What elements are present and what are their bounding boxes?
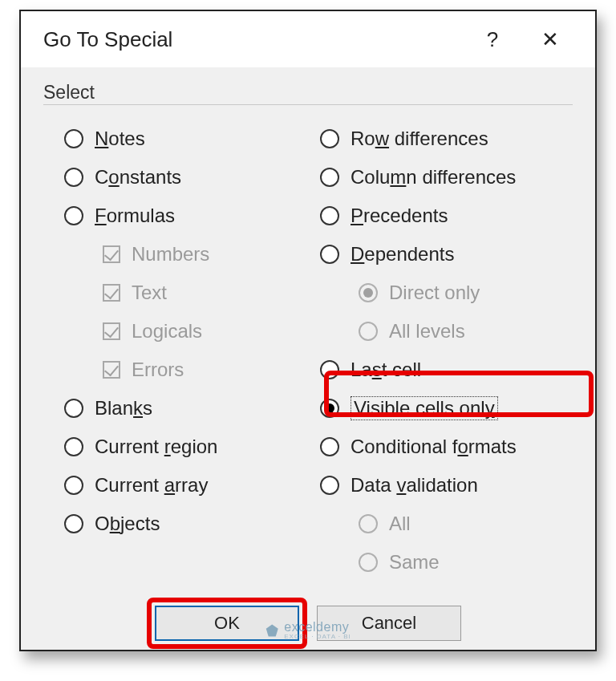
radio-all-levels: All levels (320, 312, 573, 351)
radio-icon (359, 283, 378, 302)
ok-label: OK (214, 613, 240, 634)
check-label: Text (132, 282, 167, 304)
radio-icon (64, 437, 83, 456)
radio-direct-only: Direct only (320, 274, 573, 312)
dialog-content: Select Notes Constants Formulas (21, 67, 595, 655)
radio-icon (320, 129, 339, 148)
check-errors: Errors (64, 351, 317, 389)
radio-precedents[interactable]: Precedents (320, 197, 573, 235)
radio-label: All (389, 513, 411, 535)
radio-icon (64, 476, 83, 495)
radio-label: Notes (95, 128, 145, 150)
radio-icon (64, 399, 83, 418)
close-icon: ✕ (541, 27, 559, 52)
dialog-title: Go To Special (43, 27, 464, 52)
titlebar: Go To Special ? ✕ (21, 11, 595, 67)
close-button[interactable]: ✕ (521, 17, 579, 62)
checkbox-icon (103, 322, 120, 340)
radio-constants[interactable]: Constants (64, 158, 317, 197)
radio-data-validation[interactable]: Data validation (320, 466, 573, 505)
radio-icon (359, 553, 378, 572)
radio-all: All (320, 505, 573, 543)
radio-icon (359, 322, 378, 341)
group-label: Select (43, 82, 103, 103)
check-text: Text (64, 274, 317, 312)
radio-last-cell[interactable]: Last cell (320, 351, 573, 389)
radio-icon (64, 206, 83, 225)
radio-conditional-formats[interactable]: Conditional formats (320, 428, 573, 466)
radio-objects[interactable]: Objects (64, 505, 317, 543)
check-label: Numbers (132, 243, 209, 266)
cancel-label: Cancel (362, 613, 416, 634)
radio-label: Same (389, 551, 440, 574)
radio-blanks[interactable]: Blanks (64, 389, 317, 428)
watermark: exceldemy EXCEL · DATA · BI (265, 620, 351, 640)
select-group: Select Notes Constants Formulas (43, 83, 573, 582)
svg-marker-0 (266, 624, 278, 636)
radio-column-differences[interactable]: Column differences (320, 158, 573, 197)
radio-icon (320, 437, 339, 456)
radio-label: Current array (95, 474, 208, 497)
radio-current-region[interactable]: Current region (64, 428, 317, 466)
checkbox-icon (103, 245, 120, 263)
radio-label: Precedents (351, 205, 448, 227)
watermark-brand: exceldemy (284, 620, 349, 634)
help-button[interactable]: ? (464, 17, 521, 62)
radio-label: Objects (95, 513, 160, 535)
radio-dependents[interactable]: Dependents (320, 235, 573, 274)
radio-label: Visible cells only (351, 396, 498, 420)
radio-label: Column differences (351, 166, 516, 188)
go-to-special-dialog: Go To Special ? ✕ Select Notes Constants (21, 11, 595, 650)
radio-label: Conditional formats (351, 436, 517, 458)
radio-visible-cells-only[interactable]: Visible cells only (320, 389, 573, 428)
radio-row-differences[interactable]: Row differences (320, 120, 573, 158)
radio-current-array[interactable]: Current array (64, 466, 317, 505)
radio-icon (359, 514, 378, 533)
radio-icon (320, 168, 339, 187)
radio-label: Row differences (351, 128, 488, 150)
checkbox-icon (103, 284, 120, 302)
radio-icon (64, 514, 83, 533)
radio-label: Blanks (95, 397, 152, 420)
watermark-icon (265, 623, 279, 638)
radio-label: Last cell (351, 359, 421, 381)
radio-icon (320, 245, 339, 264)
watermark-sub: EXCEL · DATA · BI (284, 633, 351, 640)
radio-label: All levels (389, 320, 465, 343)
checkbox-icon (103, 361, 120, 379)
radio-same: Same (320, 543, 573, 582)
check-logicals: Logicals (64, 312, 317, 351)
radio-label: Data validation (351, 474, 478, 497)
radio-icon (320, 476, 339, 495)
left-column: Notes Constants Formulas Numbers (43, 120, 317, 582)
radio-label: Direct only (389, 282, 480, 304)
radio-label: Current region (95, 436, 217, 458)
radio-icon (320, 399, 339, 418)
radio-label: Formulas (95, 205, 175, 227)
radio-icon (320, 206, 339, 225)
group-divider (43, 104, 573, 105)
radio-formulas[interactable]: Formulas (64, 197, 317, 235)
radio-label: Constants (95, 166, 181, 188)
check-label: Logicals (132, 320, 202, 343)
help-icon: ? (487, 27, 498, 52)
radio-notes[interactable]: Notes (64, 120, 317, 158)
radio-icon (64, 168, 83, 187)
right-column: Row differences Column differences Prece… (317, 120, 573, 582)
radio-icon (320, 360, 339, 379)
radio-label: Dependents (351, 243, 454, 266)
radio-icon (64, 129, 83, 148)
check-label: Errors (132, 359, 184, 381)
check-numbers: Numbers (64, 235, 317, 274)
